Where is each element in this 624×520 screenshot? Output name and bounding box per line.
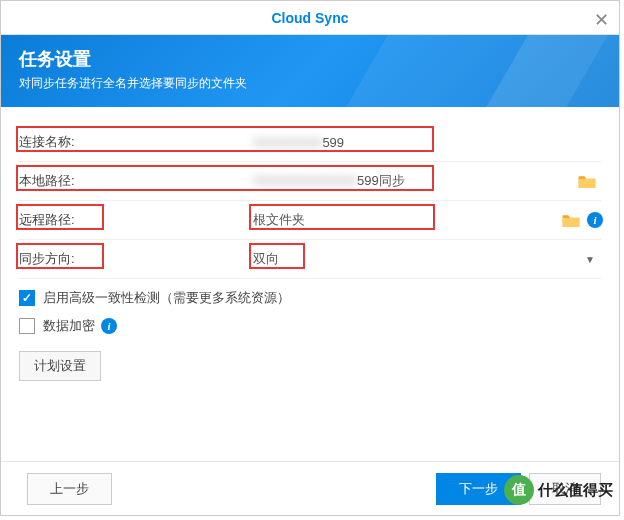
advanced-consistency-label: 启用高级一致性检测（需要更多系统资源） (43, 289, 290, 307)
encryption-checkbox[interactable] (19, 318, 35, 334)
local-path-label: 本地路径: (19, 172, 249, 190)
connection-label: 连接名称: (19, 133, 249, 151)
row-remote-path: 远程路径: 根文件夹 i (19, 203, 601, 237)
chevron-down-icon[interactable]: ▼ (585, 254, 595, 265)
row-local-path: 本地路径: XXXXXXXXXXXX599同步 (19, 164, 601, 198)
remote-path-label: 远程路径: (19, 211, 249, 229)
folder-icon[interactable] (577, 173, 597, 189)
row-sync-direction: 同步方向: 双向 ▼ (19, 242, 601, 276)
form-area: 连接名称: XXXXXXXX599 本地路径: XXXXXXXXXXXX599同… (1, 107, 619, 391)
close-icon[interactable]: ✕ (594, 9, 609, 31)
folder-icon[interactable] (561, 212, 581, 228)
local-path-value[interactable]: XXXXXXXXXXXX599同步 (249, 170, 409, 192)
dialog: Cloud Sync ✕ 任务设置 对同步任务进行全名并选择要同步的文件夹 连接… (0, 0, 620, 516)
row-encryption-check: 数据加密 i (19, 317, 601, 335)
dialog-footer: 上一步 下一步 取消 (1, 461, 619, 515)
row-connection: 连接名称: XXXXXXXX599 (19, 125, 601, 159)
info-icon[interactable]: i (101, 318, 117, 334)
encryption-label: 数据加密 (43, 317, 95, 335)
connection-value[interactable]: XXXXXXXX599 (249, 133, 348, 152)
next-button[interactable]: 下一步 (436, 473, 521, 505)
banner-title: 任务设置 (19, 47, 601, 71)
row-advanced-check: 启用高级一致性检测（需要更多系统资源） (19, 289, 601, 307)
sync-direction-value: 双向 (249, 248, 283, 270)
remote-path-value[interactable]: 根文件夹 (249, 209, 309, 231)
sync-direction-label: 同步方向: (19, 250, 249, 268)
dialog-header: Cloud Sync ✕ (1, 1, 619, 35)
dialog-title: Cloud Sync (271, 10, 348, 26)
info-icon[interactable]: i (587, 212, 603, 228)
banner-subtitle: 对同步任务进行全名并选择要同步的文件夹 (19, 75, 601, 92)
schedule-settings-button[interactable]: 计划设置 (19, 351, 101, 381)
cancel-button[interactable]: 取消 (529, 473, 601, 505)
advanced-consistency-checkbox[interactable] (19, 290, 35, 306)
banner: 任务设置 对同步任务进行全名并选择要同步的文件夹 (1, 35, 619, 107)
sync-direction-select[interactable]: 双向 ▼ (249, 248, 601, 270)
back-button[interactable]: 上一步 (27, 473, 112, 505)
